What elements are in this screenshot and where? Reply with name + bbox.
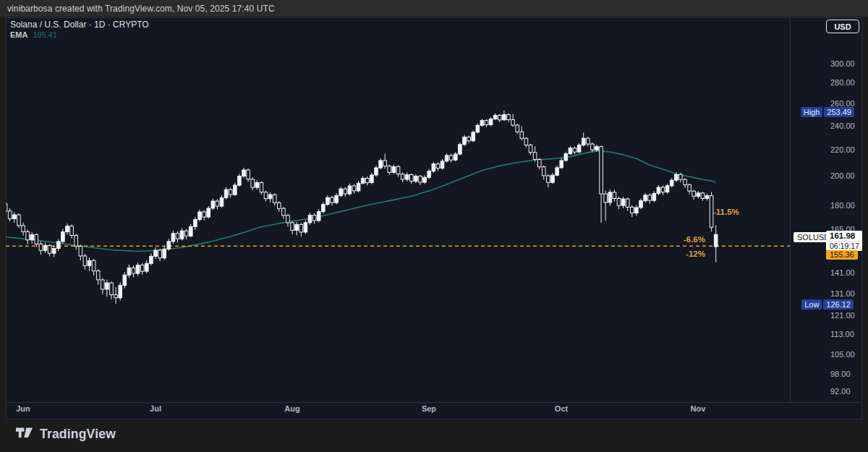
currency-toggle-label: USD <box>834 22 851 31</box>
price-tick-label: 121.00 <box>830 311 855 320</box>
month-tick-label: Aug <box>271 404 314 413</box>
month-tick-label: Nov <box>676 404 720 413</box>
low-badge-label: Low <box>801 299 822 310</box>
tradingview-logo-icon <box>16 427 33 441</box>
currency-toggle-button[interactable]: USD <box>826 20 859 33</box>
drop-percent-annotation: -11.5% <box>713 208 739 216</box>
symbol-legend[interactable]: Solana / U.S. Dollar · 1D · CRYPTO <box>10 20 149 30</box>
level-price-badge: 155.36 <box>826 250 858 260</box>
price-tick-label: 113.00 <box>830 330 854 338</box>
chart-canvas[interactable] <box>0 0 868 452</box>
tradingview-logo[interactable]: TradingView <box>16 424 116 444</box>
low-badge-value: 126.12 <box>823 299 854 310</box>
high-badge-value: 253.49 <box>824 107 854 117</box>
tradingview-logo-text: TradingView <box>40 427 116 442</box>
ema-legend-label: EMA <box>10 30 27 39</box>
high-badge-label: High <box>801 107 823 117</box>
low-price-badge: Low 126.12 <box>801 299 854 310</box>
last-price-value: 161.98 <box>830 231 862 241</box>
month-tick-label: Oct <box>540 404 583 413</box>
price-tick-label: 131.00 <box>830 289 855 298</box>
month-tick-label: Jul <box>134 404 177 413</box>
month-tick-label: Jun <box>1 404 45 413</box>
price-tick-label: 240.00 <box>830 121 855 130</box>
price-tick-label: 300.00 <box>830 59 855 68</box>
bar-countdown: 06:19:17 <box>830 241 862 250</box>
last-price-badge: 161.98 06:19:17 <box>826 231 862 251</box>
tradingview-screenshot: vinibarbosa created with TradingView.com… <box>0 0 868 452</box>
price-tick-label: 220.00 <box>830 145 855 154</box>
price-tick-label: 98.00 <box>830 370 851 378</box>
month-tick-label: Sep <box>407 404 451 413</box>
price-tick-label: 92.00 <box>830 387 851 396</box>
price-tick-label: 200.00 <box>830 171 855 180</box>
low-percent-annotation: -12% <box>686 250 705 258</box>
level-percent-annotation: -6.6% <box>684 235 705 244</box>
price-tick-label: 280.00 <box>830 78 855 87</box>
price-tick-label: 180.00 <box>830 201 855 210</box>
price-tick-label: 141.00 <box>830 268 855 277</box>
ema-legend[interactable]: EMA195.41 <box>10 30 57 39</box>
high-price-badge: High 253.49 <box>801 107 854 117</box>
ema-legend-value: 195.41 <box>33 30 57 39</box>
price-tick-label: 105.00 <box>830 350 855 359</box>
